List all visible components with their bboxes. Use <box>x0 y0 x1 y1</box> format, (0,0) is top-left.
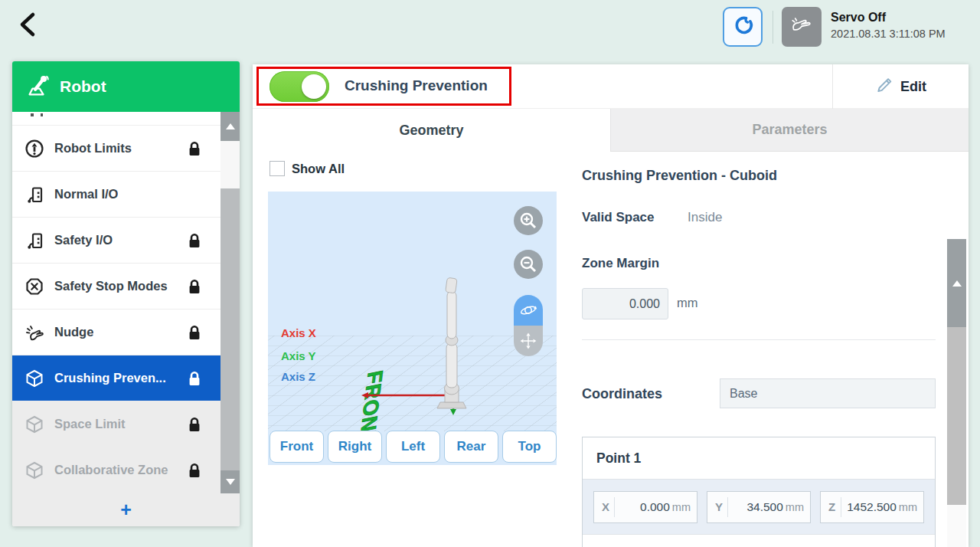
sidebar-menu: Robot Limits Normal I/O Safety I/O <box>12 112 240 493</box>
cube-icon <box>24 368 44 388</box>
magnifier-plus-icon <box>518 211 538 231</box>
scroll-thumb[interactable] <box>220 188 240 470</box>
scroll-up-button[interactable] <box>220 112 240 141</box>
sidebar-item-collaborative-zone[interactable]: Collaborative Zone <box>12 447 240 493</box>
panel-header: Crushing Prevention Edit <box>253 64 969 109</box>
view-top-button[interactable]: Top <box>502 431 557 463</box>
pan-view-button[interactable] <box>514 326 543 356</box>
point-1-card: Point 1 X 0.000 mm Y 34.500 mm <box>582 437 936 547</box>
back-chevron-icon <box>17 11 38 41</box>
cube-icon <box>24 414 44 434</box>
orbit-icon <box>518 300 539 321</box>
main-panel: Crushing Prevention Edit Geometry Parame… <box>253 64 969 547</box>
zone-margin-input[interactable]: 0.000 <box>582 288 668 319</box>
coordinates-label: Coordinates <box>582 386 662 402</box>
robot-connect-icon <box>730 12 756 41</box>
zone-details-panel: Crushing Prevention - Cuboid Valid Space… <box>572 152 947 547</box>
view-mode-capsule <box>514 295 543 356</box>
zoom-out-button[interactable] <box>514 250 543 279</box>
sidebar-title: Robot <box>60 77 106 96</box>
zone-margin-unit: mm <box>677 296 698 310</box>
io-icon <box>24 231 44 251</box>
point-1-x-input[interactable]: X 0.000 mm <box>593 491 697 523</box>
lock-icon <box>188 417 201 436</box>
status-timestamp: 2021.08.31 3:11:08 PM <box>831 28 946 40</box>
robot-connect-button[interactable] <box>723 7 763 47</box>
io-icon <box>24 185 44 205</box>
servo-status: Servo Off <box>831 11 946 25</box>
partial-icon <box>31 113 43 116</box>
sidebar-item-normal-io[interactable]: Normal I/O <box>12 172 240 218</box>
view-front-button[interactable]: Front <box>270 431 324 463</box>
back-button[interactable] <box>11 9 44 43</box>
show-all-control[interactable]: Show All <box>270 161 345 176</box>
scroll-thumb[interactable] <box>947 327 966 505</box>
topbar-divider <box>773 11 773 44</box>
axis-y-label: Axis Y <box>281 349 316 362</box>
sidebar-scrollbar[interactable] <box>220 112 240 493</box>
sidebar-item-safety-stop-modes[interactable]: Safety Stop Modes <box>12 264 240 310</box>
cube-icon <box>24 460 44 480</box>
sidebar-item-safety-io[interactable]: Safety I/O <box>12 218 240 264</box>
stop-x-icon <box>24 277 44 296</box>
scroll-up-button[interactable] <box>947 239 966 327</box>
coordinates-select[interactable]: Base <box>720 378 936 408</box>
point-1-title: Point 1 <box>583 437 935 480</box>
axis-z-label: Axis Z <box>281 370 315 383</box>
magnifier-minus-icon <box>518 254 538 274</box>
robot-limits-icon <box>24 139 44 159</box>
geometry-content: Show All FRONT <box>253 152 969 547</box>
lock-icon <box>188 141 201 160</box>
edit-button[interactable]: Edit <box>833 64 969 109</box>
status-block: Servo Off 2021.08.31 3:11:08 PM <box>831 11 946 40</box>
zone-margin-label: Zone Margin <box>582 256 659 271</box>
scroll-track[interactable] <box>947 505 966 547</box>
pencil-icon <box>875 76 893 97</box>
sidebar-item-space-limit[interactable]: Space Limit <box>12 401 240 447</box>
section-divider <box>582 339 936 340</box>
axis-x-label: Axis X <box>281 326 316 339</box>
toggle-knob <box>302 74 326 99</box>
move-arrows-icon <box>518 331 538 351</box>
hand-guiding-status-button[interactable] <box>782 7 822 47</box>
robot-arm-icon <box>24 72 51 101</box>
crushing-prevention-toggle[interactable] <box>270 71 329 102</box>
lock-icon <box>188 371 201 390</box>
view-left-button[interactable]: Left <box>386 431 440 463</box>
sidebar-header: Robot <box>12 61 240 112</box>
tab-bar: Geometry Parameters <box>253 109 969 152</box>
scroll-track[interactable] <box>220 141 240 188</box>
point-1-z-input[interactable]: Z 1452.500 mm <box>820 491 924 523</box>
zoom-in-button[interactable] <box>514 206 543 235</box>
view-right-button[interactable]: Right <box>328 431 382 463</box>
show-all-checkbox[interactable] <box>270 161 285 176</box>
tab-parameters[interactable]: Parameters <box>610 109 969 152</box>
lock-icon <box>188 463 201 482</box>
sidebar-item-nudge[interactable]: Nudge <box>12 310 240 355</box>
zone-title: Crushing Prevention - Cuboid <box>582 168 777 184</box>
nudge-hand-icon <box>24 323 44 342</box>
robot-sidebar: Robot Robot Limits Normal I/O Safety I/O <box>12 61 240 526</box>
lock-icon <box>188 233 201 252</box>
sidebar-item-crushing-prevention[interactable]: Crushing Preven... <box>12 355 240 401</box>
details-scrollbar[interactable] <box>947 239 966 547</box>
panel-title: Crushing Prevention <box>345 77 488 94</box>
point-1-y-input[interactable]: Y 34.500 mm <box>707 491 811 523</box>
show-all-label: Show All <box>292 162 345 176</box>
valid-space-value: Inside <box>688 210 722 225</box>
hand-icon <box>788 11 815 42</box>
point-1-fields: X 0.000 mm Y 34.500 mm Z 1452.500 <box>583 480 935 535</box>
view-preset-buttons: Front Right Left Rear Top <box>270 431 557 463</box>
valid-space-label: Valid Space <box>582 210 655 225</box>
sidebar-item-robot-limits[interactable]: Robot Limits <box>12 126 240 172</box>
sidebar-item-partial[interactable] <box>12 112 240 126</box>
view-rear-button[interactable]: Rear <box>444 431 498 463</box>
rotate-view-button[interactable] <box>514 295 543 326</box>
robot-3d-viewport[interactable]: FRONT Axis X Axis Y Axis <box>268 192 557 465</box>
add-zone-button[interactable]: + <box>12 493 240 526</box>
lock-icon <box>188 279 201 298</box>
tab-geometry[interactable]: Geometry <box>253 109 610 152</box>
lock-icon <box>188 325 201 344</box>
scroll-down-button[interactable] <box>220 470 240 493</box>
